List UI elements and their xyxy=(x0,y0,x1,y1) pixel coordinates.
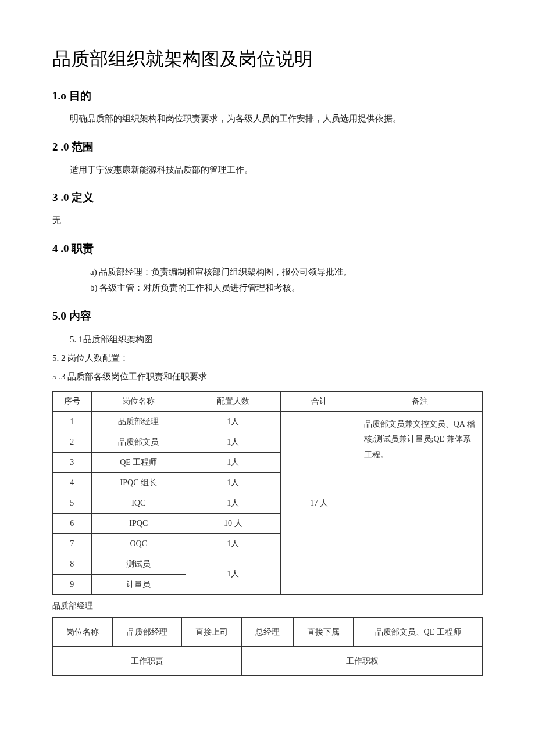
cell-no: 3 xyxy=(53,452,92,472)
cell-count-merged: 1人 xyxy=(186,554,281,594)
label-supervisor: 直接上司 xyxy=(181,617,241,646)
value-subordinate: 品质部文员、QE 工程师 xyxy=(354,617,483,646)
position-detail-table: 岗位名称 品质部经理 直接上司 总经理 直接下属 品质部文员、QE 工程师 工作… xyxy=(52,617,483,676)
cell-name: 计量员 xyxy=(91,574,186,594)
table-header-row: 序号 岗位名称 配置人数 合计 备注 xyxy=(53,391,483,411)
cell-no: 4 xyxy=(53,472,92,493)
label-duties: 工作职责 xyxy=(53,646,242,675)
label-subordinate: 直接下属 xyxy=(293,617,353,646)
staffing-table: 序号 岗位名称 配置人数 合计 备注 1 品质部经理 1人 17 人 品质部文员… xyxy=(52,391,483,595)
cell-total: 17 人 xyxy=(280,411,358,594)
section-1-heading: 1.o 目的 xyxy=(52,88,483,103)
cell-no: 9 xyxy=(53,574,92,594)
label-position: 岗位名称 xyxy=(53,617,113,646)
section-3-body: 无 xyxy=(52,213,483,228)
table-row: 岗位名称 品质部经理 直接上司 总经理 直接下属 品质部文员、QE 工程师 xyxy=(53,617,483,646)
cell-no: 2 xyxy=(53,432,92,452)
section-4-heading: 4 .0 职责 xyxy=(52,241,483,256)
cell-no: 6 xyxy=(53,513,92,533)
cell-count: 1人 xyxy=(186,533,281,554)
table-row: 工作职责 工作职权 xyxy=(53,646,483,675)
th-remark: 备注 xyxy=(358,391,482,411)
cell-name: QE 工程师 xyxy=(91,452,186,472)
section-5-sub1: 5. 1品质部组织架构图 xyxy=(70,332,483,347)
cell-name: 品质部经理 xyxy=(91,411,186,432)
cell-no: 7 xyxy=(53,533,92,554)
document-title: 品质部组织就架构图及岗位说明 xyxy=(52,46,483,72)
section-4-item-b: b) 各级主管：对所负责的工作和人员进行管理和考核。 xyxy=(90,280,483,296)
cell-count: 1人 xyxy=(186,472,281,493)
cell-name: IPQC xyxy=(91,513,186,533)
table-row: 1 品质部经理 1人 17 人 品质部文员兼文控文员、QA 稽核;测试员兼计量员… xyxy=(53,411,483,432)
th-no: 序号 xyxy=(53,391,92,411)
cell-count: 1人 xyxy=(186,432,281,452)
cell-no: 5 xyxy=(53,493,92,513)
cell-name: 测试员 xyxy=(91,554,186,574)
th-total: 合计 xyxy=(280,391,358,411)
section-3-heading: 3 .0 定义 xyxy=(52,190,483,205)
cell-name: IPQC 组长 xyxy=(91,472,186,493)
section-5-sub3: 5 .3 品质部各级岗位工作职责和任职要求 xyxy=(52,368,483,385)
th-count: 配置人数 xyxy=(186,391,281,411)
cell-name: IQC xyxy=(91,493,186,513)
cell-count: 1人 xyxy=(186,452,281,472)
cell-count: 10 人 xyxy=(186,513,281,533)
label-authority: 工作职权 xyxy=(242,646,483,675)
cell-name: OQC xyxy=(91,533,186,554)
section-4-item-a: a) 品质部经理：负责编制和审核部门组织架构图，报公司领导批准。 xyxy=(90,264,483,280)
section-5-heading: 5.0 内容 xyxy=(52,309,483,324)
cell-no: 1 xyxy=(53,411,92,432)
section-1-body: 明确品质部的组织架构和岗位职责要求，为各级人员的工作安排，人员选用提供依据。 xyxy=(70,112,483,127)
value-supervisor: 总经理 xyxy=(242,617,294,646)
cell-no: 8 xyxy=(53,554,92,574)
position-subtitle: 品质部经理 xyxy=(52,601,483,611)
cell-count: 1人 xyxy=(186,411,281,432)
th-position: 岗位名称 xyxy=(91,391,186,411)
value-position: 品质部经理 xyxy=(113,617,181,646)
cell-count: 1人 xyxy=(186,493,281,513)
cell-name: 品质部文员 xyxy=(91,432,186,452)
section-2-heading: 2 .0 范围 xyxy=(52,139,483,155)
cell-remark: 品质部文员兼文控文员、QA 稽核;测试员兼计量员;QE 兼体系工程。 xyxy=(358,411,482,594)
section-5-sub2: 5. 2 岗位人数配置： xyxy=(52,350,483,367)
section-2-body: 适用于宁波惠康新能源科技品质部的管理工作。 xyxy=(70,163,483,178)
